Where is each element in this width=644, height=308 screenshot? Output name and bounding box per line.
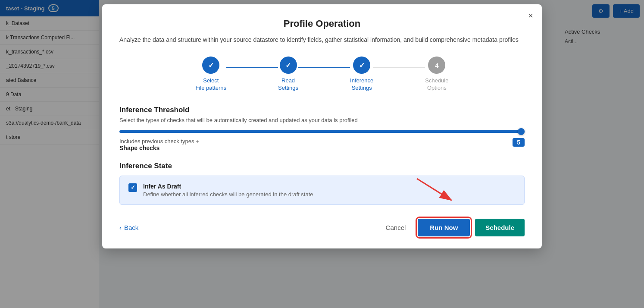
slider-fill bbox=[119, 130, 525, 133]
slider-badge: 5 bbox=[513, 138, 525, 147]
inference-threshold-desc: Select the types of checks that will be … bbox=[119, 117, 525, 123]
inference-state-title: Inference State bbox=[119, 162, 525, 170]
slider-container: Includes previous check types + Shape ch… bbox=[119, 130, 525, 151]
slider-track bbox=[119, 130, 525, 133]
slider-includes-label: Includes previous check types + Shape ch… bbox=[119, 138, 199, 151]
step-3: ✓ InferenceSettings bbox=[350, 57, 373, 92]
back-label: Back bbox=[124, 224, 138, 231]
schedule-button[interactable]: Schedule bbox=[475, 219, 525, 236]
stepper: ✓ SelectFile patterns ✓ ReadSettings ✓ I… bbox=[119, 57, 525, 92]
connector-2 bbox=[298, 67, 350, 68]
step-2-label: ReadSettings bbox=[278, 77, 298, 92]
connector-1 bbox=[226, 67, 278, 68]
modal-title: Profile Operation bbox=[119, 18, 525, 29]
step-1: ✓ SelectFile patterns bbox=[196, 57, 227, 92]
back-chevron-icon: ‹ bbox=[119, 224, 122, 231]
modal-footer: ‹ Back Cancel Run Now Schedule bbox=[119, 219, 525, 236]
footer-right: Cancel Run Now Schedule bbox=[379, 219, 525, 236]
step-2-circle: ✓ bbox=[280, 57, 297, 74]
step-4-circle: 4 bbox=[428, 57, 445, 74]
run-now-button[interactable]: Run Now bbox=[418, 219, 470, 236]
step-2: ✓ ReadSettings bbox=[278, 57, 298, 92]
inference-threshold-title: Inference Threshold bbox=[119, 106, 525, 114]
infer-as-draft-checkbox[interactable] bbox=[128, 183, 137, 192]
connector-3 bbox=[373, 67, 425, 68]
cancel-button[interactable]: Cancel bbox=[379, 220, 413, 236]
modal-description: Analyze the data and structure within yo… bbox=[119, 35, 525, 44]
step-3-circle: ✓ bbox=[353, 57, 370, 74]
back-button[interactable]: ‹ Back bbox=[119, 224, 138, 231]
modal-close-button[interactable]: × bbox=[528, 11, 533, 20]
step-3-label: InferenceSettings bbox=[350, 77, 373, 92]
slider-check-type: Shape checks bbox=[119, 145, 199, 151]
profile-operation-modal: × Profile Operation Analyze the data and… bbox=[102, 4, 542, 248]
infer-as-draft-title: Infer As Draft bbox=[143, 183, 313, 190]
slider-thumb[interactable] bbox=[518, 128, 525, 135]
infer-as-draft-box[interactable]: Infer As Draft Define whether all inferr… bbox=[119, 176, 525, 205]
step-1-label: SelectFile patterns bbox=[196, 77, 227, 92]
infer-box-content: Infer As Draft Define whether all inferr… bbox=[143, 183, 313, 198]
step-4-label: ScheduleOptions bbox=[425, 77, 448, 92]
modal-overlay: × Profile Operation Analyze the data and… bbox=[0, 0, 644, 308]
infer-as-draft-desc: Define whether all inferred checks will … bbox=[143, 191, 313, 198]
step-1-circle: ✓ bbox=[202, 57, 219, 74]
slider-info: Includes previous check types + Shape ch… bbox=[119, 138, 525, 151]
step-4: 4 ScheduleOptions bbox=[425, 57, 448, 92]
